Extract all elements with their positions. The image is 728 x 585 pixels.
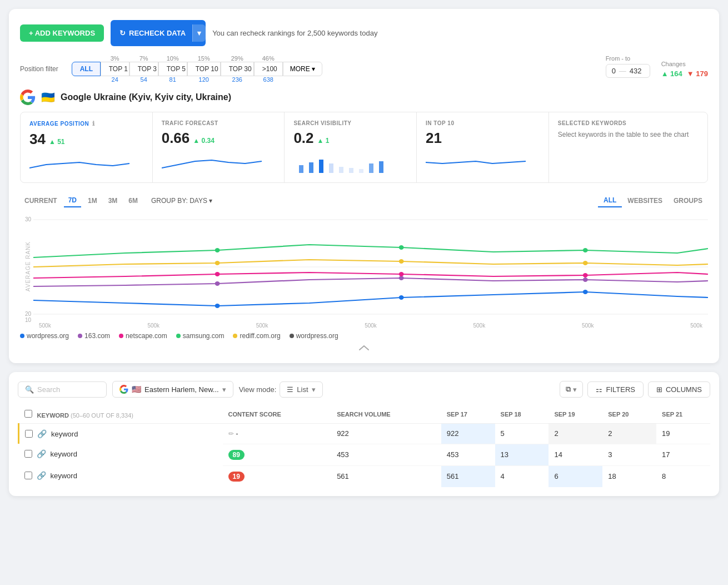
filter-more-button[interactable]: MORE ▾ — [283, 62, 322, 76]
visibility-sparkline — [293, 151, 407, 173]
row1-keyword: keyword — [51, 430, 78, 438]
from-to-block: From - to 0 — 432 — [606, 55, 650, 78]
svg-rect-2 — [319, 160, 323, 173]
row3-link-icon[interactable]: 🔗 — [37, 471, 46, 480]
metric-avg-position: AVERAGE POSITION ℹ 34 ▲ 51 — [21, 112, 153, 182]
ukraine-flag: 🇺🇦 — [41, 91, 55, 104]
from-to-input[interactable]: 0 — 432 — [606, 64, 650, 78]
header-sep20: SEP 20 — [602, 405, 656, 424]
copy-button[interactable]: ⧉ ▾ — [560, 381, 583, 398]
toolbar-info-text: You can recheck rankings for 2,500 keywo… — [212, 29, 377, 37]
svg-point-23 — [583, 261, 588, 265]
table-header-row: KEYWORD (50–60 out of 8,334) CONTENT SCO… — [19, 405, 711, 424]
row2-link-icon[interactable]: 🔗 — [37, 449, 46, 458]
collapse-arrow[interactable] — [20, 344, 708, 352]
table-row: 🔗 keyword 89 453 453 13 14 3 17 — [19, 444, 711, 465]
svg-rect-0 — [299, 165, 303, 173]
filters-button[interactable]: ⚏ FILTERS — [587, 381, 644, 398]
chart-tab-all[interactable]: ALL — [598, 194, 622, 207]
metric-in-top10: IN TOP 10 21 — [417, 112, 549, 182]
row2-content-score: 89 — [223, 444, 332, 465]
recheck-icon: ↻ — [119, 29, 126, 37]
metric-traffic-forecast: TRAFIC FORECAST 0.66 ▲ 0.34 — [153, 112, 285, 182]
filter-top30-button[interactable]: TOP 30 — [221, 62, 254, 76]
filter-top1-button[interactable]: TOP 1 — [101, 62, 129, 76]
row1-sep18: 5 — [495, 424, 549, 444]
google-header: 🇺🇦 Google Ukraine (Kyiv, Kyiv city, Ukra… — [20, 90, 708, 105]
group-by-selector[interactable]: GROUP BY: DAYS ▾ — [151, 197, 212, 205]
changes-down: ▼ 179 — [687, 70, 708, 78]
svg-point-22 — [399, 259, 404, 264]
filter-top5-button[interactable]: TOP 5 — [158, 62, 187, 76]
time-current-button[interactable]: CURRENT — [20, 195, 62, 207]
metric-search-visibility: SEARCH VISIBILITY 0.2 ▲ 1 — [285, 112, 417, 182]
location-dropdown-icon: ▾ — [222, 385, 226, 394]
changes-up: ▲ 164 — [661, 70, 682, 78]
svg-point-25 — [399, 245, 404, 250]
select-all-checkbox[interactable] — [24, 410, 32, 418]
svg-rect-4 — [339, 167, 343, 173]
recheck-data-button[interactable]: ↻ RECHECK DATA ▾ — [111, 20, 206, 46]
row3-checkbox[interactable] — [24, 472, 32, 479]
avg-position-sparkline — [29, 152, 143, 175]
chart-area: 30 AVERAGE RANK 20 10 — [20, 214, 708, 325]
row3-sep17: 561 — [441, 465, 495, 487]
row2-score-badge: 89 — [228, 450, 245, 460]
svg-rect-1 — [309, 162, 313, 173]
time-7d-button[interactable]: 7D — [64, 194, 81, 207]
view-mode-selector[interactable]: ☰ List ▾ — [280, 381, 322, 398]
table-row: 🔗 keyword ✏ - 922 922 5 2 2 19 — [19, 424, 711, 444]
avg-position-info-icon[interactable]: ℹ — [92, 120, 95, 127]
row3-keyword: keyword — [51, 472, 77, 480]
legend-163: 163.com — [78, 332, 110, 340]
time-1m-button[interactable]: 1M — [83, 195, 102, 207]
chart-tabs: ALL WEBSITES GROUPS — [598, 194, 708, 207]
chart-tab-groups[interactable]: GROUPS — [668, 195, 708, 207]
row2-sep20: 3 — [602, 444, 656, 465]
avg-position-value: 34 — [29, 131, 46, 148]
filter-top3-button[interactable]: TOP 3 — [129, 62, 158, 76]
row2-checkbox[interactable] — [24, 450, 32, 458]
row2-sep19: 14 — [549, 444, 602, 465]
header-sep17: SEP 17 — [441, 405, 495, 424]
row1-sep20: 2 — [602, 424, 656, 444]
recheck-dropdown-arrow[interactable]: ▾ — [192, 24, 206, 42]
chart-tab-websites[interactable]: WEBSITES — [622, 195, 668, 207]
row2-keyword-cell: 🔗 keyword — [19, 444, 223, 464]
top10-sparkline — [426, 151, 540, 173]
columns-button[interactable]: ⊞ COLUMNS — [648, 381, 710, 398]
row2-keyword: keyword — [51, 450, 77, 458]
table-row: 🔗 keyword 19 561 561 4 6 18 8 — [19, 465, 711, 487]
time-3m-button[interactable]: 3M — [104, 195, 122, 207]
svg-point-16 — [399, 276, 404, 280]
row1-checkbox[interactable] — [25, 430, 33, 438]
time-6m-button[interactable]: 6M — [124, 195, 142, 207]
svg-point-21 — [215, 261, 220, 265]
svg-point-12 — [215, 304, 220, 308]
svg-point-24 — [215, 248, 220, 252]
location-selector[interactable]: 🇺🇸 Eastern Harlem, New... ▾ — [112, 381, 233, 398]
traffic-value: 0.66 — [162, 130, 190, 147]
legend-rediff: rediff.com.org — [233, 332, 280, 340]
table-card: 🔍 Search 🇺🇸 Eastern Harlem, New... ▾ Vie… — [9, 372, 719, 496]
filter-all-button[interactable]: ALL — [72, 62, 101, 76]
search-input[interactable]: 🔍 Search — [18, 381, 107, 398]
traffic-change: ▲ 0.34 — [193, 137, 215, 145]
row1-keyword-cell: 🔗 keyword — [19, 424, 223, 444]
metrics-row: AVERAGE POSITION ℹ 34 ▲ 51 TRAFIC FORECA… — [20, 112, 708, 183]
view-dropdown-icon: ▾ — [312, 385, 316, 394]
list-icon: ☰ — [287, 385, 293, 394]
svg-point-19 — [399, 272, 404, 276]
row1-link-icon[interactable]: 🔗 — [37, 429, 47, 438]
row3-score-badge: 19 — [228, 472, 245, 482]
filter-gt100-button[interactable]: >100 — [254, 62, 283, 76]
legend-wordpress2: wordpress.org — [290, 332, 338, 340]
toolbar: + ADD KEYWORDS ↻ RECHECK DATA ▾ You can … — [20, 20, 708, 46]
row3-sep19: 6 — [549, 465, 602, 487]
row1-edit-icon[interactable]: ✏ — [228, 430, 234, 438]
row2-sep21: 17 — [656, 444, 710, 465]
header-sep18: SEP 18 — [495, 405, 549, 424]
changes-label: Changes — [661, 61, 708, 67]
filter-top10-button[interactable]: TOP 10 — [187, 62, 221, 76]
add-keywords-button[interactable]: + ADD KEYWORDS — [20, 24, 104, 42]
